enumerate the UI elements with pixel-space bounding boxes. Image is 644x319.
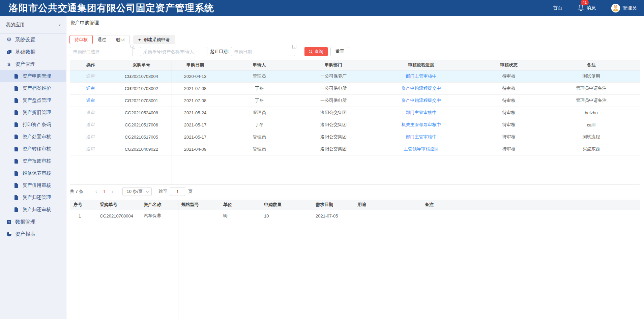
quantity-cell: 10 — [261, 210, 312, 222]
progress-link[interactable]: 部门主管审核中 — [406, 110, 437, 115]
jump-page-input[interactable] — [170, 187, 185, 196]
keyword-input[interactable] — [140, 47, 207, 56]
document-icon — [13, 74, 19, 79]
document-icon — [13, 122, 19, 127]
pagination: 共 7 条 ‹ 1 › 10 条/页 跳至 页 — [70, 185, 193, 198]
sidebar-item-label: 维修保养审核 — [23, 170, 51, 176]
nav-messages[interactable]: 41 消息 — [578, 4, 596, 12]
sidebar-item[interactable]: 资产转移审核 — [0, 143, 66, 155]
submit-review-link[interactable]: 送审 — [86, 134, 95, 139]
sidebar-item-label: 资产借用审核 — [23, 182, 51, 188]
prev-page-button[interactable]: ‹ — [92, 189, 100, 194]
column-header: 单位 — [220, 200, 261, 210]
sidebar-item[interactable]: 维修保养审核 — [0, 167, 66, 179]
date-input[interactable] — [231, 47, 295, 56]
nav-user[interactable]: 管理员 — [611, 4, 637, 12]
table-row[interactable]: 送审 CG20210517006 2021-05-17 丁冬 洛阳公交集团 机关… — [70, 119, 640, 131]
detail-row: 1 CG20210708004 汽车保养 辆 10 2021-07-05 — [70, 210, 640, 222]
dept-select-input[interactable] — [70, 47, 133, 56]
document-icon — [13, 158, 19, 164]
message-badge: 41 — [581, 0, 589, 5]
progress-link[interactable]: 资产申购流程提交中 — [402, 98, 441, 103]
order-no-cell: CG20210524008 — [111, 107, 172, 119]
sidebar-item[interactable]: 资产报废审核 — [0, 155, 66, 167]
page-number[interactable]: 1 — [100, 189, 108, 194]
table-row[interactable]: 送审 CG20210708002 2021-07-08 丁冬 一公司供电所 资产… — [70, 82, 640, 94]
remark-cell: 买点东西 — [543, 143, 640, 155]
nav-home[interactable]: 首页 — [553, 5, 562, 11]
sidebar-item-label: 资产归还管理 — [23, 195, 51, 201]
submit-review-link[interactable]: 送审 — [86, 98, 95, 103]
table-row[interactable]: 送审 CG20210409022 2021-04-09 管理员 洛阳公交集团 主… — [70, 143, 640, 155]
column-header: 采购单号 — [111, 60, 172, 70]
applicant-cell: 丁冬 — [219, 119, 300, 131]
page-size-select[interactable]: 10 条/页 — [122, 187, 152, 196]
order-no-cell: CG20210708004 — [111, 70, 172, 82]
submit-review-link[interactable]: 送审 — [86, 110, 95, 115]
next-page-button[interactable]: › — [108, 189, 116, 194]
sidebar-item[interactable]: 资产档案维护 — [0, 82, 66, 94]
progress-link[interactable]: 机关主管领导审核中 — [402, 122, 441, 127]
sidebar-item[interactable]: 资产管理 — [0, 58, 66, 70]
sidebar-item[interactable]: 资产借用审核 — [0, 179, 66, 192]
sidebar-item-label: 资产报废审核 — [23, 158, 51, 164]
submit-review-link[interactable]: 送审 — [86, 86, 95, 91]
books-icon — [6, 49, 12, 55]
table-row[interactable]: 送审 CG20210517005 2021-05-17 管理员 洛阳公交集团 部… — [70, 131, 640, 143]
column-header: 审核状态 — [475, 60, 543, 70]
reset-button[interactable]: 重置 — [330, 47, 349, 56]
collapse-sidebar-icon[interactable]: ‹ — [59, 22, 61, 28]
dept-cell: 一公司供电所 — [300, 94, 367, 107]
date-range-label: 起止日期: — [210, 49, 229, 55]
main-content: 资产申购管理 待审核 通过 驳回 + 创建采购申请 起止日期: — [66, 16, 644, 319]
sidebar-item[interactable]: 资产归还审核 — [0, 204, 66, 216]
date-cell: 2021-07-08 — [172, 82, 219, 94]
status-tab[interactable]: 通过 — [92, 35, 111, 44]
need-date-cell: 2021-07-05 — [312, 210, 354, 222]
column-header: 用途 — [354, 200, 421, 210]
unit-cell: 辆 — [220, 210, 261, 222]
sidebar-item[interactable]: 基础数据 — [0, 46, 66, 58]
date-cell: 2021-07-08 — [172, 94, 219, 107]
progress-link[interactable]: 资产申购流程提交中 — [402, 86, 441, 91]
create-purchase-button[interactable]: + 创建采购申请 — [133, 35, 175, 44]
sidebar-item[interactable]: 资产归还管理 — [0, 192, 66, 204]
sidebar-item[interactable]: 资产盘点管理 — [0, 94, 66, 107]
dept-cell: 洛阳公交集团 — [300, 131, 367, 143]
spec-cell — [178, 210, 220, 222]
sidebar-item[interactable]: 资产报表 — [0, 228, 66, 240]
dollar-icon — [6, 61, 12, 67]
submit-review-link[interactable]: 送审 — [86, 146, 95, 151]
sidebar-item[interactable]: 系统设置 — [0, 34, 66, 46]
submit-review-link[interactable]: 送审 — [86, 122, 95, 127]
column-header: 操作 — [70, 60, 111, 70]
dept-cell: 一公司保养厂 — [300, 70, 367, 82]
progress-link[interactable]: 部门主管审核中 — [406, 134, 437, 139]
applicant-cell: 管理员 — [219, 143, 300, 155]
document-icon — [13, 183, 19, 188]
status-tab[interactable]: 待审核 — [69, 35, 93, 44]
document-icon — [13, 146, 19, 152]
table-row[interactable]: 送审 CG20210708004 2020-04-13 管理员 一公司保养厂 部… — [70, 70, 640, 82]
usage-cell — [354, 210, 421, 222]
sidebar-item[interactable]: 数据管理 — [0, 216, 66, 228]
status-cell: 待审核 — [475, 70, 543, 82]
status-tab[interactable]: 驳回 — [111, 35, 130, 44]
database-icon — [6, 219, 12, 225]
sidebar-item-label: 资产管理 — [15, 61, 35, 67]
sidebar-item[interactable]: 资产处置审核 — [0, 131, 66, 143]
progress-link[interactable]: 部门主管审核中 — [406, 74, 437, 79]
sidebar-item[interactable]: 打印资产条码 — [0, 119, 66, 131]
jump-suffix: 页 — [188, 188, 193, 195]
submit-review-link[interactable]: 送审 — [86, 74, 95, 79]
date-cell: 2021-05-24 — [172, 107, 219, 119]
applicant-cell: 管理员 — [219, 131, 300, 143]
sidebar-item[interactable]: 资产折旧管理 — [0, 107, 66, 119]
table-row[interactable]: 送审 CG20210524008 2021-05-24 管理员 洛阳公交集团 部… — [70, 107, 640, 119]
sidebar-item[interactable]: 资产申购管理 — [0, 70, 66, 82]
progress-link[interactable]: 主管领导审核退回 — [404, 146, 439, 151]
table-row[interactable]: 送审 CG20210708001 2021-07-08 丁冬 一公司供电所 资产… — [70, 94, 640, 107]
date-cell: 2021-05-17 — [172, 131, 219, 143]
sidebar-item-label: 数据管理 — [15, 219, 35, 225]
query-button[interactable]: 查询 — [304, 47, 328, 56]
